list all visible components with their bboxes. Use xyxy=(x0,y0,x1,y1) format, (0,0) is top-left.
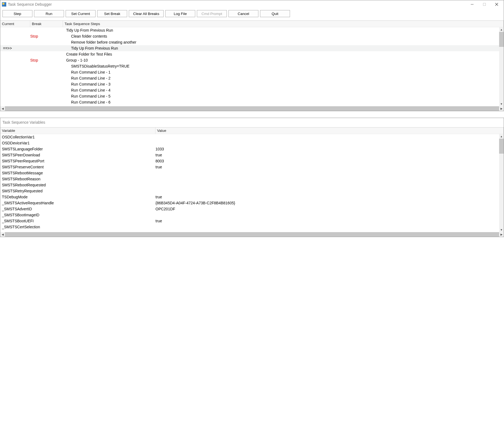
variable-name: SMSTSPeerRequestPort xyxy=(0,159,155,163)
variable-name: SMSTSLanguageFolder xyxy=(0,147,155,151)
run-button[interactable]: Run xyxy=(34,10,64,17)
step-row[interactable]: Create Folder for Test Files xyxy=(0,51,504,57)
col-break[interactable]: Break xyxy=(30,21,63,27)
scroll-left-icon[interactable]: ◀ xyxy=(0,106,5,111)
variable-name: SMSTSRebootRequested xyxy=(0,183,155,187)
variable-row[interactable]: SMSTSPeerDownloadtrue xyxy=(0,152,504,158)
variable-row[interactable]: TSDebugModetrue xyxy=(0,194,504,200)
variable-row[interactable]: SMSTSRebootReason xyxy=(0,176,504,182)
svg-rect-1 xyxy=(483,3,485,6)
variable-row[interactable]: SMSTSPeerRequestPort8003 xyxy=(0,158,504,164)
col-steps[interactable]: Task Sequence Steps xyxy=(63,21,504,27)
step-row[interactable]: Remove folder before creating another xyxy=(0,39,504,45)
steps-scrollbar-h[interactable]: ◀ ▶ xyxy=(0,106,504,111)
step-row[interactable]: StopClean folder contents xyxy=(0,33,504,39)
variable-row[interactable]: _SMSTSActiveRequestHandle{86B345D4-A04F-… xyxy=(0,200,504,206)
variable-row[interactable]: _SMSTSAdvertIDOPC201DF xyxy=(0,206,504,212)
step-text: Create Folder for Test Files xyxy=(63,52,504,56)
col-value[interactable]: Value xyxy=(155,128,504,134)
vars-scrollbar-v[interactable]: ▲ ▼ xyxy=(499,134,504,232)
step-row[interactable]: Run Command Line - 7 xyxy=(0,105,504,106)
window-controls xyxy=(466,0,503,8)
log-file-button[interactable]: Log File xyxy=(165,10,195,17)
steps-column-headers: Current Break Task Sequence Steps xyxy=(0,21,504,27)
step-text: SMSTSDisableStatusRetry=TRUE xyxy=(63,64,504,68)
vars-body[interactable]: OSDCollectionVar1OSDDeviceVar1SMSTSLangu… xyxy=(0,134,504,232)
steps-list: Current Break Task Sequence Steps Tidy U… xyxy=(0,20,504,111)
col-variable[interactable]: Variable xyxy=(0,128,155,134)
variable-row[interactable]: OSDDeviceVar1 xyxy=(0,140,504,146)
step-text: Tidy Up From Previous Run xyxy=(63,28,504,32)
close-button[interactable] xyxy=(490,0,503,8)
scroll-track-v[interactable] xyxy=(499,47,504,102)
variable-name: _SMSTSCertSelection xyxy=(0,225,155,229)
step-row[interactable]: Run Command Line - 6 xyxy=(0,99,504,105)
col-current[interactable]: Current xyxy=(0,21,30,27)
variable-row[interactable]: _SMSTSCertSelection xyxy=(0,224,504,230)
step-row[interactable]: Run Command Line - 1 xyxy=(0,69,504,75)
step-text: Run Command Line - 5 xyxy=(63,94,504,98)
scroll-track-v[interactable] xyxy=(499,154,504,227)
variable-row[interactable]: _SMSTSBootImageID xyxy=(0,212,504,218)
variable-row[interactable]: SMSTSLanguageFolder1033 xyxy=(0,146,504,152)
variable-row[interactable]: SMSTSRebootMessage xyxy=(0,170,504,176)
scroll-down-icon[interactable]: ▼ xyxy=(499,102,504,106)
step-text: Run Command Line - 3 xyxy=(63,82,504,86)
variable-value: 1033 xyxy=(155,147,504,151)
variable-name: SMSTSPeerDownload xyxy=(0,153,155,157)
variable-row[interactable]: _SMSTSBootUEFItrue xyxy=(0,218,504,224)
scroll-thumb-v[interactable] xyxy=(499,139,504,154)
step-break-marker: Stop xyxy=(30,34,63,38)
set-break-button[interactable]: Set Break xyxy=(97,10,127,17)
scroll-up-icon[interactable]: ▲ xyxy=(499,27,504,32)
toolbar: Step Run Set Current Set Break Clear All… xyxy=(0,8,504,20)
steps-body[interactable]: Tidy Up From Previous RunStopClean folde… xyxy=(0,27,504,106)
variable-row[interactable]: SMSTSRebootRequested xyxy=(0,182,504,188)
variable-name: SMSTSRebootReason xyxy=(0,177,155,181)
variable-row[interactable]: SMSTSRetryRequested xyxy=(0,188,504,194)
clear-breaks-button[interactable]: Clear All Breaks xyxy=(129,10,164,17)
scroll-left-icon[interactable]: ◀ xyxy=(0,232,5,237)
step-button[interactable]: Step xyxy=(2,10,32,17)
scroll-right-icon[interactable]: ▶ xyxy=(499,106,504,111)
scroll-up-icon[interactable]: ▲ xyxy=(499,134,504,139)
cancel-button[interactable]: Cancel xyxy=(228,10,258,17)
step-text: Group - 1-10 xyxy=(63,58,504,62)
quit-button[interactable]: Quit xyxy=(260,10,290,17)
variable-row[interactable]: OSDCollectionVar1 xyxy=(0,134,504,140)
variable-name: SMSTSPreserveContent xyxy=(0,165,155,169)
step-current-marker: ==>> xyxy=(0,46,30,50)
scroll-down-icon[interactable]: ▼ xyxy=(499,227,504,232)
variable-name: OSDCollectionVar1 xyxy=(0,135,155,139)
step-row[interactable]: Run Command Line - 3 xyxy=(0,81,504,87)
step-row[interactable]: ==>>Tidy Up From Previous Run xyxy=(0,45,504,51)
step-text: Run Command Line - 2 xyxy=(63,76,504,80)
variable-value: 8003 xyxy=(155,159,504,163)
variable-name: SMSTSRebootMessage xyxy=(0,171,155,175)
variable-row[interactable]: SMSTSPreserveContenttrue xyxy=(0,164,504,170)
variable-value: true xyxy=(155,219,504,223)
cmd-prompt-button[interactable]: Cmd Prompt xyxy=(197,10,227,17)
variable-name: OSDDeviceVar1 xyxy=(0,141,155,145)
app-icon xyxy=(2,2,6,7)
minimize-button[interactable] xyxy=(466,0,478,8)
step-row[interactable]: Tidy Up From Previous Run xyxy=(0,27,504,33)
variable-value: true xyxy=(155,153,504,157)
step-row[interactable]: Run Command Line - 2 xyxy=(0,75,504,81)
vars-scrollbar-h[interactable]: ◀ ▶ xyxy=(0,232,504,237)
steps-scrollbar-v[interactable]: ▲ ▼ xyxy=(499,27,504,106)
scroll-thumb-h[interactable] xyxy=(5,232,499,237)
step-text: Run Command Line - 7 xyxy=(63,106,504,106)
scroll-thumb-v[interactable] xyxy=(499,32,504,47)
step-row[interactable]: SMSTSDisableStatusRetry=TRUE xyxy=(0,63,504,69)
scroll-thumb-h[interactable] xyxy=(5,106,499,111)
step-row[interactable]: Run Command Line - 4 xyxy=(0,87,504,93)
set-current-button[interactable]: Set Current xyxy=(66,10,96,17)
step-row[interactable]: StopGroup - 1-10 xyxy=(0,57,504,63)
close-icon xyxy=(495,3,498,6)
debugger-window: Task Sequence Debugger Step Run Set Curr… xyxy=(0,0,504,111)
scroll-right-icon[interactable]: ▶ xyxy=(499,232,504,237)
step-row[interactable]: Run Command Line - 5 xyxy=(0,93,504,99)
step-text: Remove folder before creating another xyxy=(63,40,504,44)
maximize-button[interactable] xyxy=(478,0,490,8)
